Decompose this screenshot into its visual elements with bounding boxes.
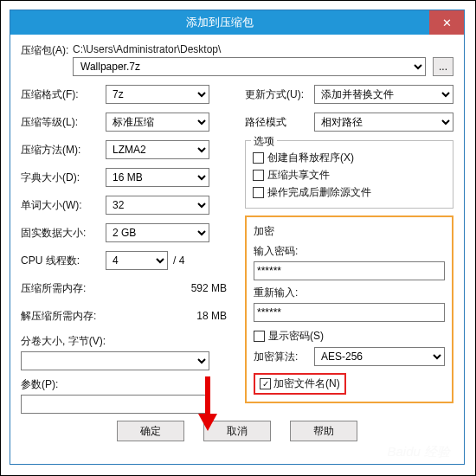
opt-delete-row[interactable]: 操作完成后删除源文件 — [253, 185, 446, 200]
checkbox-icon — [253, 152, 264, 164]
window-title: 添加到压缩包 — [10, 15, 429, 30]
watermark: Baidu 经验 — [387, 444, 450, 460]
level-select[interactable]: 标准压缩 — [106, 113, 209, 132]
opt-share-row[interactable]: 压缩共享文件 — [253, 168, 446, 183]
help-button[interactable]: 帮助 — [290, 421, 357, 441]
format-label: 压缩格式(F): — [21, 87, 106, 102]
enc-pass-input[interactable] — [254, 261, 445, 280]
options-title: 选项 — [251, 134, 277, 149]
word-select[interactable]: 32 — [106, 196, 209, 215]
checkbox-checked-icon: ✓ — [260, 378, 271, 389]
checkbox-icon — [254, 331, 265, 342]
close-button[interactable]: ✕ — [429, 10, 464, 35]
compmem-value: 592 MB — [106, 282, 229, 294]
solid-select[interactable]: 2 GB — [106, 223, 209, 242]
enc-pass-label: 输入密码: — [254, 244, 445, 259]
split-input[interactable] — [21, 351, 209, 370]
word-label: 单词大小(W): — [21, 198, 106, 213]
options-group: 选项 创建自释放程序(X) 压缩共享文件 操作完成后删除源文件 — [245, 140, 453, 209]
enc-title: 加密 — [254, 224, 445, 239]
ok-button[interactable]: 确定 — [117, 421, 184, 441]
solid-label: 固实数据大小: — [21, 226, 106, 241]
decompmem-label: 解压缩所需内存: — [21, 309, 106, 324]
update-label: 更新方式(U): — [245, 87, 314, 102]
threads-label: CPU 线程数: — [21, 254, 106, 268]
compmem-label: 压缩所需内存: — [21, 281, 106, 296]
enc-pass2-input[interactable] — [254, 303, 445, 322]
params-label: 参数(P): — [21, 377, 229, 392]
decompmem-value: 18 MB — [106, 310, 229, 322]
pathmode-label: 路径模式 — [245, 115, 314, 130]
titlebar: 添加到压缩包 ✕ — [10, 10, 464, 35]
archive-filename-input[interactable]: Wallpaper.7z — [73, 57, 426, 76]
update-select[interactable]: 添加并替换文件 — [314, 85, 453, 104]
format-select[interactable]: 7z — [106, 85, 209, 104]
archive-label: 压缩包(A): — [21, 43, 73, 76]
threads-total: / 4 — [173, 254, 184, 267]
enc-algo-select[interactable]: AES-256 — [314, 347, 445, 366]
checkbox-icon — [253, 187, 264, 198]
enc-algo-label: 加密算法: — [254, 350, 314, 364]
pathmode-select[interactable]: 相对路径 — [314, 113, 453, 132]
archive-path: C:\Users\Administrator\Desktop\ — [73, 43, 453, 55]
encryption-group: 加密 输入密码: 重新输入: 显示密码(S) 加密算法: AES-256 ✓ 加… — [245, 215, 453, 403]
level-label: 压缩等级(L): — [21, 115, 106, 130]
checkbox-icon — [253, 170, 264, 181]
browse-button[interactable]: ... — [433, 57, 453, 76]
enc-pass2-label: 重新输入: — [254, 286, 445, 300]
split-label: 分卷大小, 字节(V): — [21, 334, 229, 349]
enc-name-row[interactable]: ✓ 加密文件名(N) — [254, 373, 346, 395]
method-label: 压缩方法(M): — [21, 143, 106, 158]
dict-select[interactable]: 16 MB — [106, 168, 209, 187]
opt-sfx-row[interactable]: 创建自释放程序(X) — [253, 151, 446, 165]
method-select[interactable]: LZMA2 — [106, 140, 209, 159]
cancel-button[interactable]: 取消 — [203, 421, 271, 441]
threads-select[interactable]: 4 — [106, 251, 168, 270]
enc-show-row[interactable]: 显示密码(S) — [254, 329, 445, 344]
params-input[interactable] — [21, 395, 209, 414]
dict-label: 字典大小(D): — [21, 170, 106, 185]
